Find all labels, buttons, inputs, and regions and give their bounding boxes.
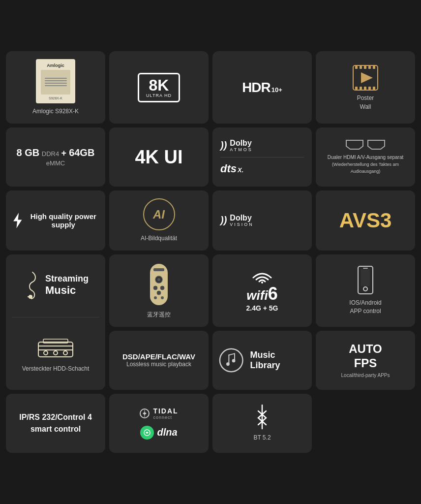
ai-icon: AI (143, 198, 175, 230)
svg-point-28 (157, 291, 161, 295)
svg-rect-4 (368, 66, 371, 69)
divider (220, 157, 304, 158)
phone-icon (357, 265, 374, 295)
dolby-vision-sub: VISION (230, 222, 254, 227)
hdd-inner: Versteckter HDD-Schacht (22, 335, 90, 373)
remote-label: 蓝牙遥控 (147, 311, 171, 319)
8k-badge: 8K ULTRA HD (138, 73, 180, 102)
streaming-text: Streaming Music (45, 274, 89, 297)
svg-point-36 (220, 348, 243, 372)
wifi-number: 6 (268, 284, 278, 304)
8k-sub: ULTRA HD (146, 93, 172, 98)
cell-8k: 8K ULTRA HD (109, 51, 209, 124)
dolby-atmos-logo: )) Dolby ATMOS (220, 139, 253, 152)
cell-dolby-dts: )) Dolby ATMOS dts X. (212, 127, 312, 187)
wifi-inner: wifi 6 2.4G + 5G (246, 269, 278, 312)
svg-rect-2 (360, 66, 362, 69)
cell-remote: 蓝牙遥控 (109, 254, 209, 327)
hdd-label: Versteckter HDD-Schacht (22, 365, 90, 373)
ram-text: 8 GB DDR4 + 64GB eMMC (17, 147, 95, 167)
svg-rect-3 (364, 66, 366, 69)
cell-bt: BT 5.2 (212, 394, 312, 453)
svg-rect-23 (153, 268, 164, 271)
cell-hdmi: Dualer HDMI A/V-Ausgang separat (Wiederh… (316, 127, 415, 187)
dlna-text: dlna (157, 427, 177, 438)
svg-rect-5 (373, 66, 375, 69)
hdmi-icon-2 (367, 139, 386, 150)
bluetooth-icon (253, 404, 271, 430)
streaming-inner: Streaming Music (23, 271, 89, 300)
wifi-arcs-icon (252, 269, 272, 284)
svg-point-37 (226, 362, 230, 366)
cell-dolby-vision: )) Dolby VISION (212, 190, 312, 251)
tidal-connect-text: connect (153, 415, 178, 420)
music-lib-label: Music Library (250, 350, 306, 371)
svg-point-38 (232, 359, 236, 362)
dlna-circle-icon (140, 426, 154, 440)
lossless-label: Lossless music playback (126, 361, 191, 368)
hdmi-label: Dualer HDMI A/V-Ausgang separat (Wiederh… (322, 154, 409, 175)
power-label: High quality power supply (28, 212, 99, 229)
cell-poster-wall: Poster Wall (316, 51, 415, 124)
autofps-sub: Local/third-party APPs (341, 373, 390, 378)
dolby-vision-brand: Dolby (230, 214, 254, 222)
cell-autofps: AUTO FPS Local/third-party APPs (316, 331, 415, 390)
svg-point-20 (63, 351, 67, 355)
svg-point-18 (44, 351, 48, 355)
svg-rect-7 (360, 87, 362, 90)
amlogic-chip-image: Amlogic S928X-K (36, 59, 75, 103)
wall-label: Wall (360, 103, 371, 110)
tidal-icon (139, 408, 150, 419)
dolby-atmos-sub: ATMOS (230, 147, 252, 152)
cell-amlogic: Amlogic S928X-K Amlogic S928X-K (6, 51, 105, 124)
chip-graphic (41, 70, 70, 94)
ram-plus: + (61, 148, 69, 158)
hdd-icon (36, 335, 75, 361)
streaming-divider (12, 317, 99, 317)
bolt-icon (12, 210, 24, 231)
hdmi-icons (345, 139, 386, 150)
svg-rect-6 (355, 87, 358, 90)
dv-dd-icon: )) (220, 215, 227, 226)
music-clef-icon (23, 271, 40, 300)
ram-type: DDR4 (42, 150, 59, 158)
ai-text: AI (153, 208, 165, 221)
avs3-text: AVS3 (339, 209, 392, 232)
svg-point-26 (153, 286, 157, 290)
wifi-num-wrap: wifi 6 (246, 284, 277, 304)
svg-point-29 (154, 296, 157, 299)
cell-ai: AI AI-Bildqualität (109, 190, 209, 251)
cell-wifi: wifi 6 2.4G + 5G (212, 254, 312, 327)
music-lib-icon (218, 347, 244, 374)
auto-fps-text: AUTO FPS (349, 342, 382, 371)
cell-dsd: DSD/APE/FLAC/WAV Lossless music playback (109, 331, 209, 390)
chip-model: S928X-K (49, 96, 62, 100)
hdr-text: HDR (242, 80, 271, 95)
svg-point-27 (160, 286, 164, 290)
dolby-atmos-brand: Dolby (230, 139, 252, 147)
ios-label: IOS/Android APP control (349, 299, 381, 315)
svg-marker-12 (13, 213, 22, 228)
streaming-label: Streaming (45, 274, 89, 284)
svg-point-30 (161, 296, 164, 299)
dts-text: dts (220, 162, 237, 175)
cell-music-lib: Music Library (212, 331, 312, 390)
power-inner: High quality power supply (12, 210, 99, 231)
svg-rect-34 (363, 268, 368, 269)
dlna-wrap: dlna (140, 426, 177, 440)
dsd-formats: DSD/APE/FLAC/WAV (122, 352, 195, 361)
cell-avs3: AVS3 (316, 190, 415, 251)
hdr-sup: 10+ (271, 86, 282, 94)
cell-ios: IOS/Android APP control (316, 254, 415, 327)
cell-streaming-hdd: Streaming Music Versteckter HDD-Schacht (6, 254, 105, 390)
cell-tidal-dlna: TIDAL connect dlna (109, 394, 209, 453)
dtsx-sup: X. (238, 166, 243, 174)
hdmi-icon-1 (345, 139, 364, 150)
bt-label: BT 5.2 (253, 434, 271, 442)
dolby-vision-logo: )) Dolby VISION (220, 214, 254, 227)
control-label: IP/RS 232/Control 4 smart control (12, 411, 99, 435)
cell-4k: 4K UI (109, 127, 209, 187)
emmc-type: eMMC (46, 159, 65, 167)
svg-rect-33 (361, 269, 370, 286)
ai-label: AI-Bildqualität (141, 234, 177, 243)
